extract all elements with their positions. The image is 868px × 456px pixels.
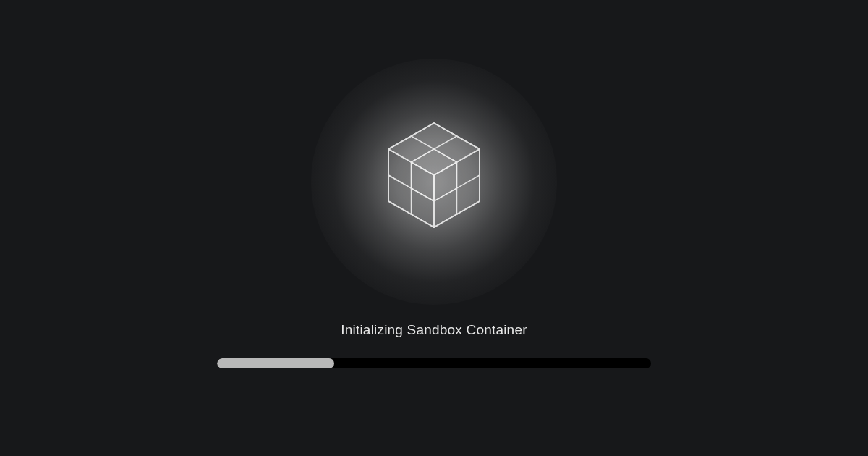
- cube-icon: [369, 117, 499, 247]
- progress-bar-fill: [217, 358, 334, 368]
- glow-backdrop: [311, 59, 557, 305]
- loading-screen: Initializing Sandbox Container: [217, 59, 651, 368]
- loading-status-text: Initializing Sandbox Container: [341, 322, 527, 338]
- progress-bar: [217, 358, 651, 368]
